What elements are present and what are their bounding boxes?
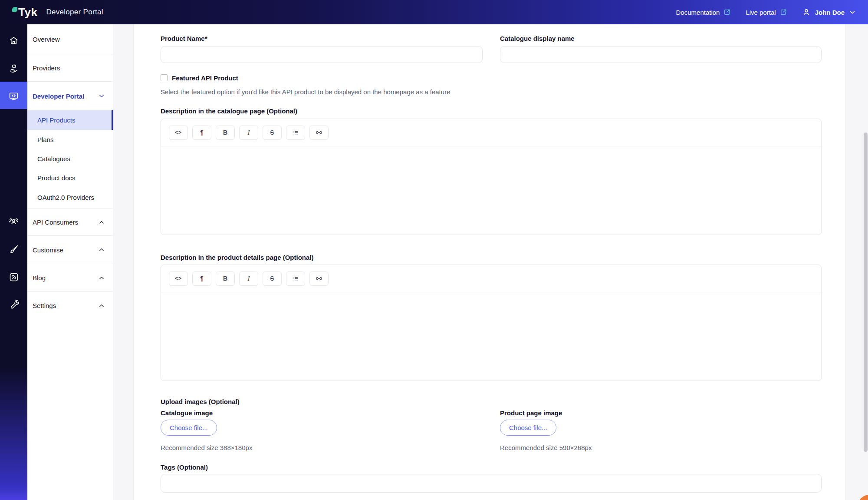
chevron-up-icon xyxy=(99,247,105,253)
catalogue-image-choose-file-button[interactable]: Choose file... xyxy=(161,420,217,436)
home-icon[interactable] xyxy=(0,30,27,51)
chevron-down-icon xyxy=(99,93,105,99)
main-area: Product Name* Catalogue display name Fea… xyxy=(113,24,868,500)
details-description-textarea[interactable] xyxy=(161,292,821,381)
product-name-text: Developer Portal xyxy=(46,8,103,17)
paragraph-icon[interactable]: ¶ xyxy=(192,126,211,140)
chevron-up-icon xyxy=(99,219,105,225)
sidebar-item-label: Product docs xyxy=(37,174,76,182)
app-root: Tyk Developer Portal Documentation Live … xyxy=(0,0,868,500)
description-catalogue-label: Description in the catalogue page (Optio… xyxy=(161,107,297,115)
sidebar-item-oauth-providers[interactable]: OAuth2.0 Providers xyxy=(27,188,113,207)
settings-icon[interactable] xyxy=(0,294,27,315)
sidebar-item-blog[interactable]: Blog xyxy=(27,264,113,291)
sidebar-item-catalogues[interactable]: Catalogues xyxy=(27,149,113,168)
external-link-icon xyxy=(779,8,787,16)
sidebar-item-label: API Products xyxy=(37,116,76,124)
user-icon xyxy=(802,8,811,17)
sidebar-item-settings[interactable]: Settings xyxy=(27,292,113,319)
tyk-logo[interactable]: Tyk Developer Portal xyxy=(12,6,103,19)
providers-icon[interactable] xyxy=(0,58,27,79)
sidebar-item-api-products[interactable]: API Products xyxy=(27,110,113,130)
italic-icon[interactable]: I xyxy=(239,126,258,140)
form-card: Product Name* Catalogue display name Fea… xyxy=(133,24,845,500)
tags-input[interactable] xyxy=(161,474,822,493)
featured-api-product-label: Featured API Product xyxy=(172,74,238,82)
sidebar-item-label: Catalogues xyxy=(37,155,70,162)
code-icon[interactable]: <> xyxy=(169,126,188,140)
catalogue-display-name-input[interactable] xyxy=(500,46,822,63)
sidebar-item-customise[interactable]: Customise xyxy=(27,236,113,264)
sidebar-item-label: Plans xyxy=(37,136,54,143)
strikethrough-icon[interactable]: S xyxy=(263,126,282,140)
details-description-editor: <> ¶ B I S xyxy=(161,265,822,381)
user-name: John Doe xyxy=(815,9,845,16)
topbar-right: Documentation Live portal John Doe xyxy=(676,8,856,17)
catalogue-description-textarea[interactable] xyxy=(161,146,821,235)
live-portal-link[interactable]: Live portal xyxy=(746,8,787,16)
featured-api-product-checkbox[interactable] xyxy=(161,74,168,81)
bullet-list-icon[interactable] xyxy=(286,126,305,140)
sidebar-item-label: Customise xyxy=(33,246,63,254)
chevron-up-icon xyxy=(99,275,105,281)
sidebar-item-overview[interactable]: Overview xyxy=(27,24,113,54)
user-menu[interactable]: John Doe xyxy=(802,8,856,17)
brand-name: Tyk xyxy=(18,6,37,19)
product-name-label: Product Name* xyxy=(161,35,207,42)
code-icon[interactable]: <> xyxy=(169,272,188,286)
sidebar-item-label: OAuth2.0 Providers xyxy=(37,194,94,201)
catalogue-description-editor: <> ¶ B I S xyxy=(161,119,822,235)
blog-icon[interactable] xyxy=(0,267,27,288)
sidebar-item-label: Blog xyxy=(33,274,46,281)
sidebar-item-label: API Consumers xyxy=(33,219,78,226)
sidebar-item-plans[interactable]: Plans xyxy=(27,130,113,149)
featured-help-text: Select the featured option if you'd like… xyxy=(161,88,450,96)
catalogue-image-hint: Recommended size 388×180px xyxy=(161,444,252,451)
bullet-list-icon[interactable] xyxy=(286,272,305,286)
sidebar-item-label: Developer Portal xyxy=(33,93,84,100)
description-details-label: Description in the product details page … xyxy=(161,254,314,261)
link-icon[interactable] xyxy=(309,272,329,286)
product-page-image-choose-file-button[interactable]: Choose file... xyxy=(500,420,556,436)
developer-portal-icon[interactable] xyxy=(0,86,27,106)
top-bar: Tyk Developer Portal Documentation Live … xyxy=(0,0,868,24)
customise-icon[interactable] xyxy=(0,239,27,260)
catalogue-image-label: Catalogue image xyxy=(161,409,213,417)
bold-icon[interactable]: B xyxy=(216,272,235,286)
sidebar-item-product-docs[interactable]: Product docs xyxy=(27,168,113,188)
editor-toolbar: <> ¶ B I S xyxy=(161,119,821,146)
tyk-leaf-icon xyxy=(12,7,17,12)
icon-rail xyxy=(0,24,27,500)
sidebar-item-api-consumers[interactable]: API Consumers xyxy=(27,209,113,235)
documentation-link[interactable]: Documentation xyxy=(676,8,731,16)
sidebar-item-label: Providers xyxy=(33,64,60,72)
catalogue-display-name-label: Catalogue display name xyxy=(500,35,575,42)
vertical-scrollbar-thumb[interactable] xyxy=(864,132,868,452)
product-name-input[interactable] xyxy=(161,46,483,63)
product-image-hint: Recommended size 590×268px xyxy=(500,444,592,451)
chevron-down-icon xyxy=(849,9,856,16)
sidebar-item-providers[interactable]: Providers xyxy=(27,54,113,81)
tags-label: Tags (Optional) xyxy=(161,464,208,471)
editor-toolbar: <> ¶ B I S xyxy=(161,265,821,292)
link-icon[interactable] xyxy=(309,126,329,140)
product-page-image-label: Product page image xyxy=(500,409,562,417)
upload-images-label: Upload images (Optional) xyxy=(161,398,240,405)
sidebar-item-label: Settings xyxy=(33,302,56,309)
external-link-icon xyxy=(723,8,731,16)
sidebar-item-label: Overview xyxy=(33,36,60,43)
italic-icon[interactable]: I xyxy=(239,272,258,286)
live-portal-label: Live portal xyxy=(746,9,776,16)
sidebar-menu: Overview Providers Developer Portal API … xyxy=(27,24,113,500)
api-consumers-icon[interactable] xyxy=(0,211,27,232)
strikethrough-icon[interactable]: S xyxy=(263,272,282,286)
sidebar-item-developer-portal[interactable]: Developer Portal xyxy=(27,82,113,110)
paragraph-icon[interactable]: ¶ xyxy=(192,272,211,286)
bold-icon[interactable]: B xyxy=(216,126,235,140)
chevron-up-icon xyxy=(99,303,105,309)
documentation-label: Documentation xyxy=(676,9,720,16)
